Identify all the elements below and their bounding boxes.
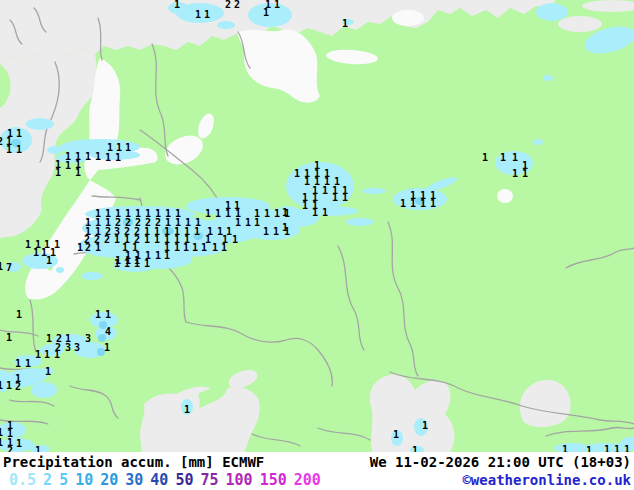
legend-value: 30 <box>125 471 143 489</box>
precip-value-marker: 1 <box>155 250 161 261</box>
precip-value-marker: 1 <box>422 420 428 431</box>
precip-value-marker: 1 <box>77 242 83 253</box>
map-footer: Precipitation accum. [mm] ECMWF We 11-02… <box>0 452 634 490</box>
precip-value-marker: 1 <box>263 7 269 18</box>
legend-value: 0.5 <box>9 471 36 489</box>
precip-value-marker: 1 <box>6 144 12 155</box>
valid-time: We 11-02-2026 21:00 UTC (18+03) <box>370 454 631 470</box>
precip-value-marker: 1 <box>46 333 52 344</box>
precip-value-marker: 1 <box>16 128 22 139</box>
chart-title: Precipitation accum. [mm] ECMWF <box>3 454 264 470</box>
precip-value-marker: 1 <box>33 247 39 258</box>
precip-value-marker: 1 <box>282 222 288 233</box>
precip-value-marker: 1 <box>512 168 518 179</box>
precip-value-marker: 1 <box>54 349 60 360</box>
precip-value-marker: 2 <box>15 381 21 392</box>
precip-patch <box>81 272 103 280</box>
precip-value-marker: 1 <box>245 217 251 228</box>
precip-value-marker: 1 <box>201 242 207 253</box>
precip-value-marker: 1 <box>164 250 170 261</box>
precip-value-marker: 1 <box>115 255 121 266</box>
caspian-lowland-west <box>370 374 455 452</box>
precip-value-marker: 1 <box>232 234 238 245</box>
precip-value-marker: 3 <box>74 342 80 353</box>
precip-value-marker: 1 <box>95 151 101 162</box>
precip-value-marker: 1 <box>85 151 91 162</box>
precip-value-marker: 1 <box>294 168 300 179</box>
precip-value-marker: 2 <box>225 0 231 10</box>
precip-value-marker: 1 <box>263 226 269 237</box>
precip-value-marker: 1 <box>16 144 22 155</box>
precip-patch <box>217 21 235 29</box>
precip-value-marker: 1 <box>0 261 3 272</box>
precip-legend: 0.525102030405075100150200 <box>3 471 328 489</box>
weather-map-page: 1221111111121111111111111111111111111111… <box>0 0 634 490</box>
precip-value-marker: 1 <box>586 445 592 453</box>
precip-patch <box>536 3 568 21</box>
precip-value-marker: 1 <box>400 198 406 209</box>
precip-value-marker: 1 <box>115 152 121 163</box>
small-lake <box>497 189 513 203</box>
precip-value-marker: 1 <box>205 208 211 219</box>
legend-value: 2 <box>43 471 52 489</box>
precip-patch <box>346 218 374 226</box>
precip-value-marker: 1 <box>322 207 328 218</box>
precip-value-marker: 1 <box>15 358 21 369</box>
precip-value-marker: 1 <box>35 349 41 360</box>
precip-value-marker: 1 <box>522 168 528 179</box>
precip-value-marker: 1 <box>512 152 518 163</box>
precip-value-marker: 1 <box>235 217 241 228</box>
precip-value-marker: 1 <box>195 9 201 20</box>
precip-value-marker: 1 <box>144 234 150 245</box>
copyright: ©weatheronline.co.uk <box>462 472 631 488</box>
precip-value-marker: 1 <box>430 198 436 209</box>
precip-value-marker: 1 <box>35 445 41 453</box>
precip-value-marker: 1 <box>16 438 22 449</box>
precip-value-marker: 1 <box>274 208 280 219</box>
precip-value-marker: 1 <box>614 444 620 453</box>
precip-value-marker: 1 <box>420 198 426 209</box>
precip-value-marker: 2 <box>0 136 3 147</box>
precip-value-marker: 1 <box>393 429 399 440</box>
precip-value-marker: 1 <box>144 258 150 269</box>
precip-patch <box>31 382 57 398</box>
legend-value: 75 <box>200 471 218 489</box>
precip-value-marker: 1 <box>0 437 3 448</box>
precip-value-marker: 1 <box>312 207 318 218</box>
precip-value-marker: 1 <box>221 242 227 253</box>
legend-value: 150 <box>260 471 287 489</box>
precip-value-marker: 1 <box>16 309 22 320</box>
precip-value-marker: 3 <box>85 333 91 344</box>
precip-value-marker: 7 <box>6 262 12 273</box>
precip-value-marker: 1 <box>412 445 418 453</box>
precip-value-marker: 1 <box>215 208 221 219</box>
precip-value-marker: 1 <box>125 142 131 153</box>
precip-value-marker: 1 <box>174 0 180 10</box>
precip-value-marker: 1 <box>604 444 610 453</box>
precip-value-marker: 1 <box>125 255 131 266</box>
legend-value: 50 <box>175 471 193 489</box>
legend-value: 200 <box>294 471 321 489</box>
precip-value-marker: 1 <box>264 208 270 219</box>
precip-value-marker: 1 <box>410 198 416 209</box>
precip-value-marker: 1 <box>6 332 12 343</box>
precip-value-marker: 1 <box>322 185 328 196</box>
precip-value-marker: 1 <box>254 217 260 228</box>
precip-value-marker: 1 <box>55 167 61 178</box>
precip-value-marker: 1 <box>562 444 568 453</box>
precip-value-marker: 1 <box>95 309 101 320</box>
arctic-inlet <box>558 16 602 32</box>
precip-patch <box>26 118 54 130</box>
precip-value-marker: 2 <box>7 445 13 453</box>
precip-value-marker: 1 <box>192 242 198 253</box>
precip-value-marker: 1 <box>304 176 310 187</box>
precip-value-marker: 1 <box>105 152 111 163</box>
precip-value-marker: 1 <box>114 234 120 245</box>
precip-value-marker: 2 <box>85 242 91 253</box>
precip-value-marker: 1 <box>174 242 180 253</box>
precip-value-marker: 1 <box>184 404 190 415</box>
legend-value: 40 <box>150 471 168 489</box>
precip-value-marker: 1 <box>342 18 348 29</box>
precip-value-marker: 1 <box>194 226 200 237</box>
legend-value: 5 <box>59 471 68 489</box>
